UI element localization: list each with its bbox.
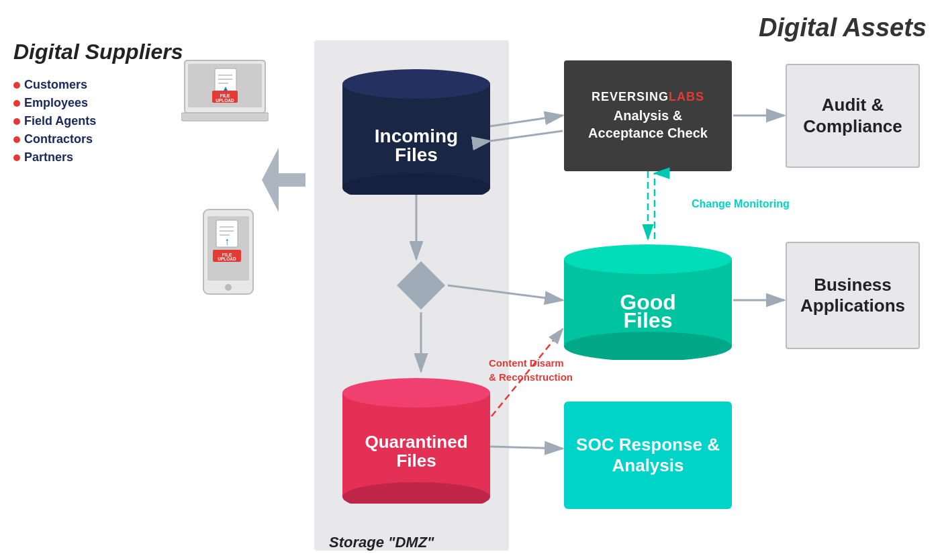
audit-compliance-box: Audit & Compliance (786, 64, 920, 168)
list-item: Customers (13, 76, 188, 94)
list-item: Partners (13, 148, 188, 167)
content-disarm-label: Content Disarm& Reconstruction (489, 356, 573, 384)
svg-marker-42 (262, 148, 306, 212)
svg-marker-32 (397, 261, 445, 310)
svg-text:Quarantined: Quarantined (365, 432, 467, 452)
good-files-cylinder: Good Files (564, 240, 732, 360)
quarantined-files-cylinder: Quarantined Files (342, 373, 490, 504)
bullet-icon (13, 82, 20, 89)
bullet-icon (13, 154, 20, 161)
svg-text:UPLOAD: UPLOAD (218, 256, 236, 261)
bullet-icon (13, 100, 20, 107)
dmz-label: Storage "DMZ" (329, 534, 434, 551)
digital-assets-title: Digital Assets (759, 13, 927, 42)
svg-point-29 (342, 378, 490, 408)
audit-compliance-label: Audit & Compliance (794, 95, 912, 136)
svg-text:Incoming: Incoming (375, 126, 458, 146)
reversinglabs-box: REVERSINGLABS Analysis &Acceptance Check (564, 60, 732, 171)
svg-text:Files: Files (624, 308, 673, 332)
list-item: Contractors (13, 130, 188, 148)
svg-text:FILE: FILE (220, 93, 230, 98)
digital-suppliers-section: Digital Suppliers Customers Employees Fi… (13, 40, 188, 167)
laptop-icon: FILE UPLOAD (181, 54, 269, 128)
svg-text:UPLOAD: UPLOAD (216, 98, 234, 103)
reversinglabs-subtitle: Analysis &Acceptance Check (588, 107, 708, 142)
change-monitoring-label: Change Monitoring (692, 198, 790, 210)
diagram-container: Digital Assets Digital Suppliers Custome… (0, 0, 940, 560)
labs-text: LABS (669, 90, 704, 103)
soc-response-label: SOC Response & Analysis (571, 434, 725, 476)
svg-point-34 (564, 332, 732, 360)
svg-text:↑: ↑ (224, 236, 230, 247)
svg-rect-2 (181, 113, 269, 121)
list-item: Field Agents (13, 112, 188, 130)
incoming-files-cylinder: Incoming Files (342, 64, 490, 195)
soc-response-box: SOC Response & Analysis (564, 402, 732, 509)
svg-text:Files: Files (396, 451, 436, 471)
list-item: Employees (13, 94, 188, 112)
digital-suppliers-title: Digital Suppliers (13, 40, 188, 64)
suppliers-list: Customers Employees Field Agents Contrac… (13, 76, 188, 167)
svg-point-35 (564, 244, 732, 274)
business-applications-box: Business Applications (786, 242, 920, 349)
bullet-icon (13, 118, 20, 125)
reversing-text: REVERSING (592, 90, 669, 103)
business-applications-label: Business Applications (794, 275, 912, 316)
svg-point-13 (225, 284, 232, 291)
svg-text:Files: Files (395, 144, 438, 165)
bullet-icon (13, 136, 20, 143)
svg-point-24 (342, 69, 490, 99)
mobile-icon: ↑ FILE UPLOAD (198, 208, 258, 295)
decision-diamond (394, 259, 448, 312)
reversinglabs-brand: REVERSINGLABS (592, 90, 704, 104)
